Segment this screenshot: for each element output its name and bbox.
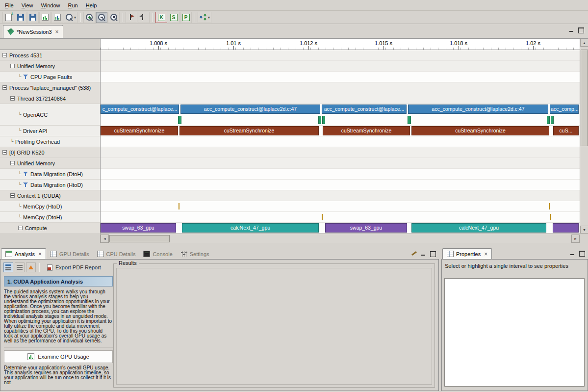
collapse-toggle-icon[interactable] (2, 150, 7, 155)
next-marker-button[interactable] (126, 12, 137, 23)
tab-cpu-details[interactable]: CPU Details (93, 248, 140, 260)
interval-tick[interactable] (322, 214, 323, 220)
unguided-analysis-button[interactable] (15, 262, 25, 272)
scroll-left-icon[interactable]: ◄ (101, 235, 109, 243)
tree-row-driver-api[interactable]: └Driver API (0, 126, 100, 136)
view-menu-icon[interactable] (411, 250, 417, 257)
interval-cus[interactable]: cuS... (553, 126, 579, 135)
dependency-analysis-button[interactable]: ▾ (198, 12, 211, 23)
vertical-scroll-thumb[interactable] (581, 50, 588, 146)
interval-custreamsynchronize[interactable]: cuStreamSynchronize (411, 126, 549, 135)
session-close-icon[interactable]: × (55, 28, 59, 35)
openacc-event-marker[interactable] (318, 116, 321, 124)
lane-driver-api[interactable]: cuStreamSynchronizecuStreamSynchronizecu… (101, 126, 580, 136)
timeline-ruler[interactable]: 1.008 s1.01 s1.012 s1.015 s1.018 s1.02 s (101, 39, 580, 50)
vertical-scrollbar[interactable]: ▲ ▼ (580, 39, 588, 234)
lane-profiling-overhead[interactable] (101, 136, 580, 147)
export-pdf-button[interactable]: Export PDF Report (43, 263, 105, 272)
menu-file[interactable]: File (1, 1, 18, 10)
session-tab[interactable]: *NewSession3 × (3, 25, 63, 38)
zoom-out-button[interactable] (96, 12, 107, 23)
tab-console[interactable]: Console (139, 248, 176, 260)
openacc-event-marker[interactable] (551, 116, 554, 124)
maximize-icon[interactable] (579, 250, 585, 256)
tree-row-unified-memory[interactable]: Unified Memory (0, 158, 100, 169)
lane-openacc[interactable]: c_compute_construct@laplace...acc_comput… (101, 104, 580, 126)
interval-custreamsynchronize[interactable]: cuStreamSynchronize (323, 126, 410, 135)
stream-timeline-mode-button[interactable]: S (168, 12, 179, 23)
collapse-toggle-icon[interactable] (18, 226, 23, 230)
lane-context-1-cuda[interactable] (101, 190, 580, 201)
collapse-toggle-icon[interactable] (10, 161, 15, 165)
collapse-toggle-icon[interactable] (10, 96, 15, 101)
menu-window[interactable]: Window (37, 1, 64, 10)
save-session-button[interactable] (15, 12, 26, 23)
collapse-toggle-icon[interactable] (2, 53, 7, 57)
lane-process-laplace-managed-538[interactable] (101, 82, 580, 93)
lane-data-migration-htod[interactable] (101, 180, 580, 190)
tree-row-context-1-cuda[interactable]: Context 1 (CUDA) (0, 190, 100, 201)
lane-cpu-page-faults[interactable] (101, 72, 580, 82)
kernel-timeline-mode-button[interactable]: K (155, 12, 167, 23)
interval-c-compute-construct-laplace[interactable]: c_compute_construct@laplace... (101, 105, 179, 114)
interval-tick[interactable] (549, 203, 550, 209)
tree-row-data-migration-dtoh[interactable]: └Data Migration (DtoH) (0, 169, 100, 180)
examine-gpu-usage-button[interactable]: Examine GPU Usage (4, 350, 113, 363)
maximize-icon[interactable] (578, 27, 584, 33)
tree-row-memcpy-dtoh[interactable]: └MemCpy (DtoH) (0, 212, 100, 223)
tab-gpu-details[interactable]: GPU Details (46, 248, 93, 260)
properties-close-icon[interactable]: × (484, 251, 487, 258)
tree-row-cpu-page-faults[interactable]: └CPU Page Faults (0, 72, 100, 82)
collapse-toggle-icon[interactable] (10, 64, 15, 68)
prev-marker-button[interactable] (138, 12, 150, 23)
interval-swap-63-gpu[interactable]: swap_63_gpu (325, 223, 407, 233)
tab-analysis[interactable]: Analysis× (1, 248, 46, 260)
lane-memcpy-dtoh[interactable] (101, 212, 580, 223)
process-timeline-mode-button[interactable]: P (180, 12, 192, 23)
tree-row-process-laplace-managed-538[interactable]: Process "laplace_managed" (538) (0, 82, 100, 93)
profile-options-button[interactable]: ▾ (64, 12, 77, 23)
zoom-fit-button[interactable] (108, 12, 120, 23)
close-icon[interactable]: × (38, 251, 42, 258)
scroll-down-icon[interactable]: ▼ (580, 226, 588, 234)
scroll-up-icon[interactable]: ▲ (580, 39, 588, 47)
zoom-in-button[interactable] (83, 12, 95, 23)
lane-0-grid-k520[interactable] (101, 147, 580, 158)
openacc-event-marker[interactable] (408, 116, 411, 124)
tree-row-0-grid-k520[interactable]: [0] GRID K520 (0, 147, 100, 158)
maximize-icon[interactable] (430, 251, 436, 257)
scroll-right-icon[interactable]: ► (571, 235, 580, 243)
interval-acc-comp[interactable]: acc_comp... (550, 105, 579, 114)
interval-tick[interactable] (553, 223, 579, 233)
tree-row-process-4531[interactable]: Process 4531 (0, 50, 100, 61)
openacc-event-marker[interactable] (322, 116, 325, 124)
interval-calcnext-47-gpu[interactable]: calcNext_47_gpu (411, 223, 546, 233)
dropdown-arrow-icon[interactable]: ▾ (208, 15, 210, 20)
interval-tick[interactable] (179, 203, 179, 209)
lane-data-migration-dtoh[interactable] (101, 169, 580, 180)
tree-row-memcpy-htod[interactable]: └MemCpy (HtoD) (0, 201, 100, 212)
interval-calcnext-47-gpu[interactable]: calcNext_47_gpu (182, 223, 319, 233)
menu-help[interactable]: Help (82, 1, 101, 10)
timeline-chart[interactable]: c_compute_construct@laplace...acc_comput… (101, 50, 580, 234)
minimize-icon[interactable] (569, 250, 576, 256)
save-timeline-button[interactable] (27, 12, 39, 23)
guided-analysis-button[interactable] (3, 262, 13, 272)
interval-tick[interactable] (550, 214, 551, 220)
interval-swap-63-gpu[interactable]: swap_63_gpu (101, 223, 176, 233)
minimize-icon[interactable] (568, 27, 575, 33)
openacc-event-marker[interactable] (178, 116, 181, 124)
tree-row-thread-3172140864[interactable]: Thread 3172140864 (0, 93, 100, 104)
openacc-event-marker[interactable] (547, 116, 550, 124)
interval-acc-compute-construct-laplace2d-c-47[interactable]: acc_compute_construct@laplace2d.c:47 (180, 105, 320, 114)
horizontal-scroll-thumb[interactable] (109, 235, 170, 242)
tab-properties[interactable]: Properties × (442, 248, 492, 260)
tree-row-compute[interactable]: Compute (0, 223, 100, 234)
dropdown-arrow-icon[interactable]: ▾ (74, 15, 76, 20)
interval-acc-compute-construct-laplace2d-c-47[interactable]: acc_compute_construct@laplace2d.c:47 (408, 105, 548, 114)
lane-compute[interactable]: swap_63_gpucalcNext_47_gpuswap_63_gpucal… (101, 223, 580, 234)
lane-unified-memory[interactable] (101, 158, 580, 169)
tree-row-openacc[interactable]: └OpenACC (0, 104, 100, 126)
interval-acc-compute-construct-laplace[interactable]: acc_compute_construct@laplace... (322, 105, 407, 114)
back-button[interactable] (26, 262, 36, 272)
